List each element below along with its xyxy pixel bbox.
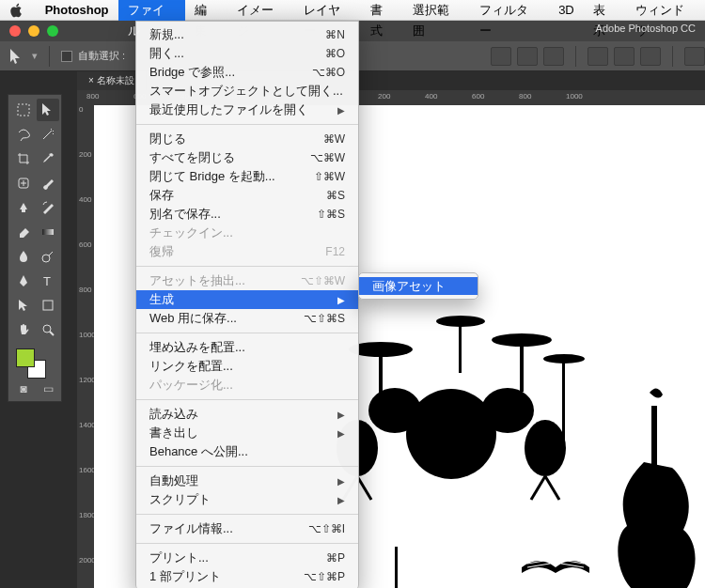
svg-line-15 xyxy=(531,476,545,500)
auto-select-label: 自動選択 : xyxy=(78,49,125,63)
type-tool[interactable]: T xyxy=(37,270,59,292)
menu-select[interactable]: 選択範囲 xyxy=(403,0,470,21)
svg-rect-17 xyxy=(651,406,657,466)
healing-brush-tool[interactable] xyxy=(12,172,35,194)
dodge-tool[interactable] xyxy=(37,245,59,268)
window-close-button[interactable] xyxy=(9,25,21,37)
menu-view[interactable]: 表示 xyxy=(584,0,626,21)
menu-item[interactable]: 書き出し▶ xyxy=(136,424,358,442)
lasso-tool[interactable] xyxy=(12,123,35,146)
gradient-tool[interactable] xyxy=(37,221,59,243)
window-zoom-button[interactable] xyxy=(47,25,58,37)
svg-point-29 xyxy=(42,255,50,262)
align-button-5[interactable] xyxy=(614,47,634,66)
magic-wand-tool[interactable] xyxy=(37,123,59,146)
svg-point-1 xyxy=(368,388,421,433)
distribute-button[interactable] xyxy=(684,47,705,66)
menu-item[interactable]: すべてを閉じる⌥⌘W xyxy=(136,148,358,167)
svg-rect-12 xyxy=(562,359,565,443)
align-button-3[interactable] xyxy=(543,47,564,66)
svg-point-32 xyxy=(43,325,51,333)
zoom-tool[interactable] xyxy=(37,318,59,341)
macos-menubar: Photoshop ファイル 編集 イメージ レイヤー 書式 選択範囲 フィルタ… xyxy=(0,0,705,21)
menu-type[interactable]: 書式 xyxy=(361,0,403,21)
eraser-tool[interactable] xyxy=(12,221,35,243)
menu-image[interactable]: イメージ xyxy=(227,0,294,21)
menu-item[interactable]: プリント...⌘P xyxy=(136,549,358,567)
menu-item[interactable]: スクリプト▶ xyxy=(136,490,358,509)
menu-item[interactable]: リンクを配置... xyxy=(136,357,358,376)
menu-item[interactable]: Behance へ公開... xyxy=(136,442,358,461)
pen-tool[interactable] xyxy=(12,270,35,292)
toolbox: T ◙ ▭ xyxy=(8,94,62,402)
brush-tool[interactable] xyxy=(37,172,59,194)
menu-item: パッケージ化... xyxy=(136,376,358,395)
menu-window[interactable]: ウィンドウ xyxy=(626,0,705,21)
align-button-2[interactable] xyxy=(517,47,538,66)
svg-line-16 xyxy=(545,476,559,500)
hand-tool[interactable] xyxy=(12,318,35,341)
menu-item[interactable]: Bridge で参照...⌥⌘O xyxy=(136,63,358,82)
svg-rect-8 xyxy=(520,340,524,392)
path-select-tool[interactable] xyxy=(12,294,35,317)
quick-mask-toggle[interactable]: ◙ xyxy=(12,380,35,397)
crop-tool[interactable] xyxy=(12,147,35,170)
marquee-tool[interactable] xyxy=(12,99,35,121)
svg-rect-26 xyxy=(18,104,29,116)
align-button-4[interactable] xyxy=(588,47,608,66)
menu-item[interactable]: 1 部プリント⌥⇧⌘P xyxy=(136,567,358,586)
menu-filter[interactable]: フィルター xyxy=(470,0,549,21)
menu-item[interactable]: 閉じる⌘W xyxy=(136,130,358,148)
align-button-1[interactable] xyxy=(491,47,511,66)
color-swatches[interactable] xyxy=(12,347,59,379)
eyedropper-tool[interactable] xyxy=(37,147,59,170)
svg-rect-28 xyxy=(42,229,54,235)
menu-item[interactable]: Web 用に保存...⌥⇧⌘S xyxy=(136,309,358,328)
screen-mode-toggle[interactable]: ▭ xyxy=(37,380,59,397)
menu-item[interactable]: 埋め込みを配置... xyxy=(136,338,358,357)
svg-point-0 xyxy=(406,389,496,479)
window-minimize-button[interactable] xyxy=(28,25,39,37)
menu-item[interactable]: ファイル情報...⌥⇧⌘I xyxy=(136,519,358,538)
menu-item: アセットを抽出...⌥⇧⌘W xyxy=(136,271,358,290)
menu-3d[interactable]: 3D xyxy=(549,0,584,21)
svg-rect-6 xyxy=(379,349,383,406)
menu-item[interactable]: 別名で保存...⇧⌘S xyxy=(136,205,358,224)
auto-select-checkbox[interactable] xyxy=(61,51,72,62)
svg-point-4 xyxy=(525,420,566,476)
svg-rect-19 xyxy=(395,547,398,588)
menu-edit[interactable]: 編集 xyxy=(185,0,227,21)
svg-text:T: T xyxy=(43,274,51,288)
menu-item: 復帰F12 xyxy=(136,242,358,261)
menu-item[interactable]: 生成▶ xyxy=(136,290,358,309)
blur-tool[interactable] xyxy=(12,245,35,268)
submenu-image-assets[interactable]: 画像アセット xyxy=(359,277,478,295)
move-tool-indicator-icon xyxy=(8,47,26,66)
app-title: Adobe Photoshop CC xyxy=(596,23,696,34)
menu-layer[interactable]: レイヤー xyxy=(294,0,361,21)
history-brush-tool[interactable] xyxy=(37,196,59,219)
svg-rect-31 xyxy=(43,301,53,310)
move-tool[interactable] xyxy=(37,99,59,121)
foreground-color[interactable] xyxy=(16,348,35,367)
menu-item[interactable]: スマートオブジェクトとして開く... xyxy=(136,82,358,101)
apple-logo-icon xyxy=(9,3,24,18)
menu-item[interactable]: 閉じて Bridge を起動...⇧⌘W xyxy=(136,167,358,186)
menu-app-name[interactable]: Photoshop xyxy=(36,0,118,21)
generate-submenu: 画像アセット xyxy=(358,272,478,300)
svg-rect-10 xyxy=(459,321,462,373)
menu-file[interactable]: ファイル xyxy=(118,0,185,21)
menu-item[interactable]: 開く...⌘O xyxy=(136,44,358,63)
align-button-6[interactable] xyxy=(640,47,661,66)
menu-item[interactable]: 自動処理▶ xyxy=(136,472,358,490)
shape-tool[interactable] xyxy=(37,294,59,317)
menu-item[interactable]: 最近使用したファイルを開く▶ xyxy=(136,101,358,119)
file-menu-dropdown: 新規...⌘N開く...⌘OBridge で参照...⌥⌘Oスマートオブジェクト… xyxy=(135,21,359,588)
menu-item[interactable]: 新規...⌘N xyxy=(136,25,358,44)
menu-item[interactable]: 読み込み▶ xyxy=(136,405,358,424)
vertical-ruler: 0 200 400 600 800 1000 1200 1400 1600 18… xyxy=(77,105,94,588)
menu-item: チェックイン... xyxy=(136,224,358,242)
clone-stamp-tool[interactable] xyxy=(12,196,35,219)
menu-item[interactable]: 保存⌘S xyxy=(136,186,358,205)
svg-line-14 xyxy=(357,476,371,500)
